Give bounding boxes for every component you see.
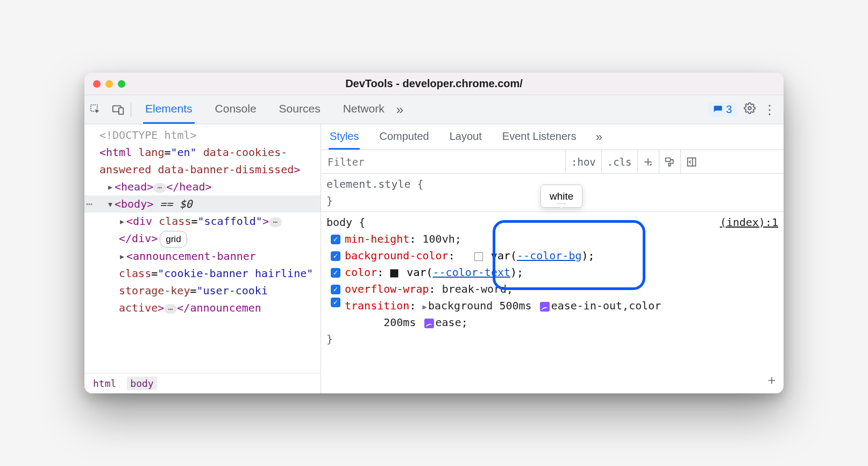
window-controls: [84, 80, 134, 88]
prop-background-color[interactable]: ✓ background-color: var(--color-bg);: [326, 248, 778, 264]
paint-icon[interactable]: [659, 150, 681, 173]
prop-transition[interactable]: ✓ transition: ▶background 500ms ease-in-…: [326, 298, 778, 331]
grid-badge[interactable]: grid: [160, 231, 187, 248]
color-swatch-icon[interactable]: [474, 252, 483, 261]
filter-row: :hov .cls: [321, 150, 784, 174]
new-style-rule-icon[interactable]: [638, 150, 659, 173]
checkbox-icon[interactable]: ✓: [331, 251, 340, 261]
prop-overflow-wrap[interactable]: ✓ overflow-wrap: break-word;: [326, 281, 778, 298]
css-var-link[interactable]: --color-text: [433, 266, 511, 279]
crumb-html[interactable]: html: [90, 377, 119, 390]
tab-sources[interactable]: Sources: [277, 95, 323, 124]
issues-badge[interactable]: 3: [708, 102, 737, 117]
svg-rect-7: [668, 163, 670, 166]
maximize-window-button[interactable]: [118, 80, 125, 88]
style-rules[interactable]: element.style { } (index):1 body { ✓ min…: [321, 174, 784, 393]
prop-min-height[interactable]: ✓ min-height: 100vh;: [326, 231, 778, 248]
easing-icon[interactable]: [540, 302, 550, 312]
tree-line-scaffold[interactable]: ▸<div class="scaffold">⋯</div>grid: [84, 213, 321, 248]
settings-gear-icon[interactable]: [744, 102, 756, 117]
hov-toggle-button[interactable]: :hov: [566, 150, 602, 173]
dom-tree-panel: <!DOCTYPE html> <html lang="en" data-coo…: [84, 124, 321, 393]
minimize-window-button[interactable]: [105, 80, 113, 88]
titlebar: DevTools - developer.chrome.com/: [84, 73, 784, 95]
checkbox-icon[interactable]: ✓: [331, 235, 340, 244]
issues-count: 3: [726, 103, 732, 116]
sub-tab-layout[interactable]: Layout: [449, 124, 483, 150]
main-content: <!DOCTYPE html> <html lang="en" data-coo…: [84, 124, 784, 393]
cls-toggle-button[interactable]: .cls: [602, 150, 638, 173]
window-title: DevTools - developer.chrome.com/: [84, 77, 784, 90]
sub-tab-computed[interactable]: Computed: [378, 124, 430, 150]
styles-panel: Styles Computed Layout Event Listeners »…: [321, 124, 784, 393]
ellipsis-icon[interactable]: ⋯: [164, 304, 177, 314]
css-var-tooltip: white: [540, 185, 582, 208]
checkbox-icon[interactable]: ✓: [331, 268, 340, 278]
device-toggle-icon[interactable]: [107, 98, 130, 121]
svg-rect-6: [666, 158, 671, 161]
css-var-link[interactable]: --color-bg: [517, 249, 581, 262]
inspect-icon[interactable]: [84, 98, 107, 121]
body-selector[interactable]: body {: [326, 216, 365, 229]
tab-console[interactable]: Console: [213, 95, 259, 124]
tree-line-head[interactable]: ▸<head>⋯</head>: [84, 178, 321, 195]
add-rule-plus-icon[interactable]: ＋: [765, 370, 778, 390]
prop-color[interactable]: ✓ color: var(--color-text);: [326, 264, 778, 281]
tooltip-text: white: [550, 190, 573, 202]
tree-line-announcement[interactable]: ▸<announcement-banner class="cookie-bann…: [84, 248, 321, 316]
more-menu-kebab-icon[interactable]: ⋮: [763, 102, 776, 117]
computed-panel-toggle-icon[interactable]: [681, 150, 702, 173]
tab-network[interactable]: Network: [341, 95, 387, 124]
more-tabs-chevron-icon[interactable]: »: [396, 102, 403, 117]
ellipsis-icon[interactable]: ⋯: [269, 217, 282, 227]
tab-elements[interactable]: Elements: [143, 95, 195, 124]
tree-line-html[interactable]: <html lang="en" data-cookies-answered da…: [84, 144, 321, 178]
source-link[interactable]: (index):1: [720, 214, 778, 231]
main-toolbar: Elements Console Sources Network » 3 ⋮: [84, 95, 784, 124]
sub-tab-styles[interactable]: Styles: [329, 124, 360, 150]
toolbar-separator: [131, 103, 131, 117]
tree-line-body-selected[interactable]: ▾<body> == $0: [84, 195, 321, 213]
breadcrumb: html body: [84, 373, 321, 393]
svg-point-3: [748, 107, 751, 110]
more-sub-tabs-chevron-icon[interactable]: »: [596, 130, 602, 144]
brace-close: }: [326, 331, 778, 348]
sub-tab-event-listeners[interactable]: Event Listeners: [501, 124, 578, 150]
checkbox-icon[interactable]: ✓: [331, 285, 340, 294]
crumb-body[interactable]: body: [127, 377, 156, 390]
ellipsis-icon[interactable]: ⋯: [153, 183, 166, 193]
checkbox-icon[interactable]: ✓: [331, 298, 340, 307]
close-window-button[interactable]: [93, 80, 101, 88]
styles-filter-input[interactable]: [321, 150, 566, 173]
expand-triangle-icon[interactable]: ▶: [423, 302, 427, 311]
devtools-window: DevTools - developer.chrome.com/ Element…: [84, 73, 784, 393]
easing-icon[interactable]: [424, 319, 434, 328]
svg-rect-2: [119, 108, 123, 114]
styles-sub-tabs: Styles Computed Layout Event Listeners »: [321, 124, 784, 150]
color-swatch-icon[interactable]: [390, 269, 399, 278]
dom-tree[interactable]: <!DOCTYPE html> <html lang="en" data-coo…: [84, 124, 321, 373]
panel-tabs: Elements Console Sources Network: [134, 95, 387, 124]
tree-line-doctype[interactable]: <!DOCTYPE html>: [84, 126, 321, 144]
